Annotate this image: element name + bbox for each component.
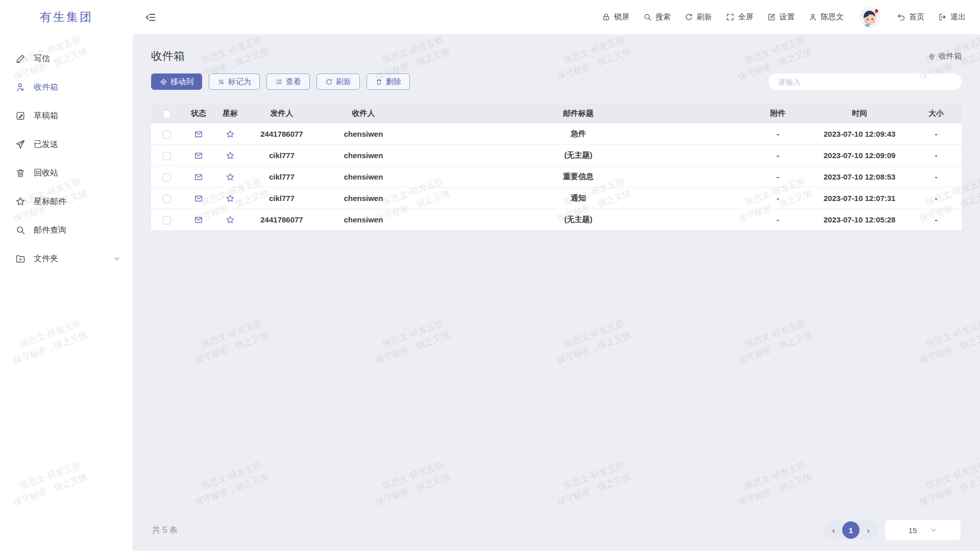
- time-cell: 2023-07-10 12:05:28: [808, 215, 911, 224]
- column-header-sender: 发件人: [246, 109, 317, 118]
- subject-cell[interactable]: 通知: [409, 193, 747, 203]
- fullscreen-button[interactable]: 全屏: [726, 12, 753, 22]
- chevron-down-icon[interactable]: [113, 255, 120, 262]
- mark-as-button[interactable]: 标记为: [209, 73, 260, 90]
- row-checkbox[interactable]: [163, 216, 171, 224]
- page-size-select[interactable]: 15: [885, 520, 961, 540]
- breadcrumb: 收件箱: [928, 52, 962, 61]
- select-all-checkbox[interactable]: [163, 110, 171, 118]
- sender-cell: 2441786077: [246, 215, 317, 224]
- sidebar-item-label: 写信: [34, 54, 50, 64]
- sidebar-item-folders[interactable]: 文件夹: [0, 244, 133, 273]
- time-cell: 2023-07-10 12:08:53: [808, 172, 911, 181]
- column-header-subject: 邮件标题: [409, 109, 747, 118]
- view-button[interactable]: 查看: [266, 73, 310, 90]
- sidebar-item-drafts[interactable]: 草稿箱: [0, 102, 133, 130]
- fullscreen-icon: [726, 13, 734, 21]
- mail-status-icon: [194, 194, 203, 203]
- refresh-button[interactable]: 刷新: [684, 12, 712, 22]
- sidebar-item-sent[interactable]: 已发送: [0, 130, 133, 159]
- table-row[interactable]: 2441786077 chensiwen 急件 - 2023-07-10 12:…: [151, 123, 962, 145]
- subject-cell[interactable]: 急件: [409, 129, 747, 139]
- search-input[interactable]: [769, 73, 962, 90]
- mail-status-icon: [194, 130, 203, 139]
- star-icon[interactable]: [226, 151, 235, 160]
- action-label: 搜索: [655, 12, 671, 22]
- user-icon: [808, 13, 817, 21]
- logout-icon: [938, 13, 947, 21]
- star-icon[interactable]: [226, 130, 235, 139]
- avatar[interactable]: [860, 7, 881, 28]
- recipient-cell: chensiwen: [317, 151, 409, 160]
- current-user[interactable]: 陈思文: [808, 12, 844, 22]
- mark-as-icon: [217, 78, 225, 86]
- row-checkbox[interactable]: [163, 131, 171, 139]
- subject-cell[interactable]: (无主题): [409, 215, 747, 224]
- sidebar-item-label: 星标邮件: [34, 196, 66, 207]
- attachment-cell: -: [747, 130, 808, 138]
- sidebar-item-label: 文件夹: [34, 254, 58, 264]
- table-row[interactable]: cikl777 chensiwen 通知 - 2023-07-10 12:07:…: [151, 188, 962, 209]
- refresh-icon: [684, 13, 693, 21]
- settings-button[interactable]: 设置: [767, 12, 795, 22]
- subject-cell[interactable]: 重要信息: [409, 172, 747, 182]
- row-checkbox[interactable]: [163, 152, 171, 160]
- table-row[interactable]: cikl777 chensiwen (无主题) - 2023-07-10 12:…: [151, 145, 962, 166]
- trash-icon: [15, 168, 26, 178]
- delete-button[interactable]: 删除: [366, 73, 410, 90]
- column-header-attachment: 附件: [747, 109, 808, 118]
- row-checkbox[interactable]: [163, 195, 171, 203]
- star-icon[interactable]: [226, 172, 235, 182]
- delete-icon: [375, 78, 383, 86]
- search-button[interactable]: 搜索: [643, 12, 671, 22]
- recipient-cell: chensiwen: [317, 194, 409, 203]
- page-head: 收件箱 收件箱: [151, 48, 962, 64]
- sidebar-item-label: 邮件查询: [34, 225, 66, 236]
- total-count: 共 5 条: [152, 525, 178, 536]
- lock-screen-button[interactable]: 锁屏: [602, 12, 629, 22]
- sidebar-item-mail-search[interactable]: 邮件查询: [0, 216, 133, 244]
- compose-icon: [15, 54, 26, 64]
- star-icon[interactable]: [226, 194, 235, 203]
- recipient-cell: chensiwen: [317, 215, 409, 224]
- pager: ‹ 1 › 15: [824, 520, 961, 540]
- move-to-button[interactable]: 移动到: [151, 73, 202, 90]
- sender-cell: 2441786077: [246, 130, 317, 138]
- search-icon: [15, 225, 26, 235]
- mail-status-icon: [194, 151, 203, 160]
- sidebar-item-compose[interactable]: 写信: [0, 44, 133, 73]
- sidebar-item-starred[interactable]: 星标邮件: [0, 187, 133, 216]
- mail-table: 状态 星标 发件人 收件人 邮件标题 附件 时间 大小 2441786077 c…: [151, 104, 962, 231]
- prev-page-button[interactable]: ‹: [829, 526, 838, 535]
- home-label: 首页: [909, 12, 924, 22]
- sender-cell: cikl777: [246, 151, 317, 160]
- pager-pill: ‹ 1 ›: [824, 520, 878, 540]
- pagination-bar: 共 5 条 ‹ 1 › 15: [151, 519, 962, 551]
- button-label: 标记为: [228, 77, 251, 87]
- folder-add-icon: [15, 254, 26, 264]
- button-label: 移动到: [170, 77, 193, 87]
- attachment-cell: -: [747, 215, 808, 224]
- sidebar-item-label: 回收站: [34, 168, 58, 179]
- logout-button[interactable]: 退出: [938, 12, 966, 22]
- drafts-icon: [15, 111, 26, 121]
- refresh-list-button[interactable]: 刷新: [316, 73, 360, 90]
- table-row[interactable]: cikl777 chensiwen 重要信息 - 2023-07-10 12:0…: [151, 166, 962, 188]
- current-page[interactable]: 1: [842, 521, 860, 539]
- app-logo: 有生集团: [0, 9, 133, 25]
- table-row[interactable]: 2441786077 chensiwen (无主题) - 2023-07-10 …: [151, 209, 962, 231]
- sidebar-item-inbox[interactable]: 收件箱: [0, 73, 133, 102]
- inbox-icon: [15, 82, 26, 92]
- mail-status-icon: [194, 215, 203, 224]
- sidebar-item-trash[interactable]: 回收站: [0, 159, 133, 187]
- row-checkbox[interactable]: [163, 173, 171, 182]
- star-icon[interactable]: [226, 215, 235, 224]
- collapse-sidebar-icon[interactable]: [145, 12, 156, 23]
- main-area: 锁屏 搜索 刷新 全屏 设置: [133, 0, 980, 551]
- column-header-time: 时间: [808, 109, 911, 118]
- column-header-size: 大小: [911, 109, 962, 118]
- home-button[interactable]: 首页: [897, 12, 924, 22]
- button-label: 查看: [286, 77, 301, 87]
- subject-cell[interactable]: (无主题): [409, 151, 747, 160]
- next-page-button[interactable]: ›: [864, 526, 873, 535]
